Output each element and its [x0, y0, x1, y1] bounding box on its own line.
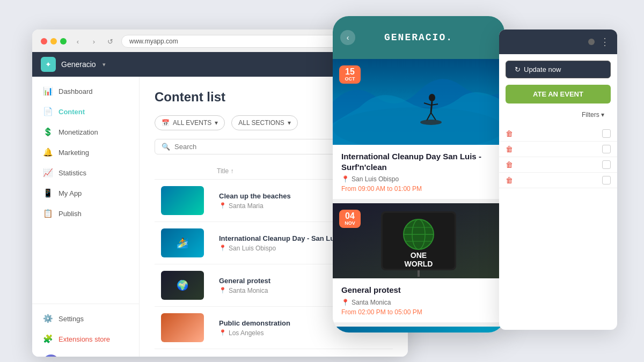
- mobile-event-info-2: General protest 📍 Santa Monica From 02:0…: [333, 278, 504, 322]
- sidebar-item-extensions[interactable]: 🧩 Extensions store: [32, 329, 139, 349]
- browser-dots: [41, 38, 67, 45]
- dot-maximize[interactable]: [60, 38, 67, 45]
- rp-checkbox-1[interactable]: [602, 129, 611, 138]
- sidebar-item-monetization[interactable]: 💲 Monetization: [32, 122, 139, 142]
- filter-events-caret: ▾: [215, 119, 218, 127]
- rp-delete-4[interactable]: 🗑: [506, 176, 513, 184]
- browser-nav: ‹ › ↺: [72, 35, 116, 47]
- monetization-icon: 💲: [43, 127, 53, 137]
- svg-point-2: [429, 94, 435, 101]
- dashboard-icon: 📊: [43, 86, 53, 96]
- app-name-caret[interactable]: ▾: [103, 61, 106, 68]
- svg-text:WORLD: WORLD: [405, 260, 433, 268]
- mobile-divider-1: [333, 199, 504, 203]
- rp-row-3: 🗑: [499, 157, 617, 173]
- forward-button[interactable]: ›: [88, 35, 100, 47]
- sidebar: 📊 Dashboard 📄 Content 💲 Monetization 🔔 M…: [32, 77, 140, 357]
- event-thumb-3: 🌍: [161, 271, 204, 300]
- refresh-button[interactable]: ↺: [104, 35, 116, 47]
- mobile-loc-icon-2: 📍: [341, 299, 349, 306]
- rp-delete-2[interactable]: 🗑: [506, 145, 513, 153]
- svg-rect-19: [418, 270, 420, 277]
- mobile-event-title-1: International Cleanup Day San Luis - Sur…: [341, 151, 496, 172]
- mobile-loc-text-2: Santa Monica: [352, 299, 391, 306]
- right-panel: ⋮ ↻ Update now ATE AN EVENT Filters ▾ 🗑 …: [499, 29, 617, 330]
- right-panel-header: ⋮: [499, 29, 617, 54]
- sidebar-label-myapp: My App: [58, 189, 82, 197]
- update-label: Update now: [524, 65, 561, 73]
- mobile-event-card-1[interactable]: 15 OCT: [333, 59, 504, 199]
- filter-sections-button[interactable]: ALL SECTIONS ▾: [231, 115, 298, 130]
- protest-thumb: 🌍: [161, 271, 204, 300]
- sidebar-label-publish: Publish: [58, 210, 82, 218]
- mobile-loc-text-1: San Luis Obispo: [352, 175, 399, 183]
- sidebar-item-myapp[interactable]: 📱 My App: [32, 183, 139, 203]
- event-thumb-2: 🏄: [161, 228, 204, 257]
- app-name-label: Generacio: [61, 60, 96, 69]
- mobile-event-card-2[interactable]: 04 NOV: [333, 203, 504, 322]
- svg-text:ONE: ONE: [411, 251, 427, 260]
- update-now-button[interactable]: ↻ Update now: [506, 61, 611, 78]
- rp-delete-1[interactable]: 🗑: [506, 129, 513, 138]
- sidebar-label-statistics: Statistics: [58, 169, 86, 177]
- panel-dot: [588, 39, 595, 45]
- sidebar-item-content[interactable]: 📄 Content: [32, 101, 139, 122]
- date-mon-2: NOV: [343, 220, 356, 226]
- marketing-icon: 🔔: [43, 147, 53, 157]
- sidebar-bottom: ⚙️ Settings 🧩 Extensions store JD Jon Do…: [32, 304, 139, 357]
- event-thumb-4: [161, 313, 204, 342]
- rp-row-2: 🗑: [499, 142, 617, 157]
- filter-events-button[interactable]: 📅 ALL EVENTS ▾: [155, 115, 225, 130]
- rp-checkbox-2[interactable]: [602, 145, 611, 153]
- svg-point-8: [420, 120, 442, 125]
- back-button[interactable]: ‹: [72, 35, 84, 47]
- location-icon-1: 📍: [219, 202, 226, 209]
- mobile-event-card-3[interactable]: 16 DEC: [333, 327, 504, 333]
- date-num-1: 15: [343, 68, 356, 76]
- svg-line-3: [431, 101, 432, 113]
- extensions-icon: 🧩: [43, 334, 53, 344]
- dot-close[interactable]: [41, 38, 47, 45]
- sidebar-item-dashboard[interactable]: 📊 Dashboard: [32, 81, 139, 101]
- event-location-text-3: Santa Monica: [229, 287, 268, 294]
- mobile-event-info-1: International Cleanup Day San Luis - Sur…: [333, 145, 504, 199]
- mobile-event-loc-2: 📍 Santa Monica: [341, 299, 496, 306]
- sidebar-label-marketing: Marketing: [58, 149, 89, 157]
- event-location-text-2: San Luis Obispo: [229, 245, 276, 252]
- mobile-divider-2: [333, 322, 504, 327]
- myapp-icon: 📱: [43, 188, 53, 198]
- mobile-logo: GENERACIO.: [384, 32, 453, 43]
- sidebar-item-settings[interactable]: ⚙️ Settings: [32, 308, 139, 329]
- event-date-badge-1: 15 OCT: [339, 65, 361, 84]
- dot-minimize[interactable]: [50, 38, 57, 45]
- sidebar-label-extensions: Extensions store: [58, 335, 110, 343]
- publish-icon: 📋: [43, 209, 53, 218]
- col-thumb: [155, 163, 210, 180]
- mobile-back-button[interactable]: ‹: [340, 30, 355, 45]
- location-icon-2: 📍: [219, 245, 226, 252]
- sidebar-item-publish[interactable]: 📋 Publish: [32, 203, 139, 224]
- surf-thumb: 🏄: [161, 228, 204, 257]
- mobile-loc-icon-1: 📍: [341, 175, 349, 183]
- right-panel-rows: 🗑 🗑 🗑 🗑: [499, 124, 617, 190]
- sidebar-label-dashboard: Dashboard: [58, 87, 93, 95]
- event-location-text-1: Santa Maria: [229, 202, 264, 210]
- sidebar-item-marketing[interactable]: 🔔 Marketing: [32, 142, 139, 162]
- date-mon-1: OCT: [343, 76, 356, 82]
- sidebar-label-content: Content: [58, 108, 85, 116]
- rp-checkbox-4[interactable]: [602, 176, 611, 184]
- create-event-button[interactable]: ATE AN EVENT: [506, 85, 611, 104]
- user-area: JD Jon Doe: [32, 349, 139, 357]
- filter-sections-caret: ▾: [288, 119, 291, 127]
- filters-button[interactable]: Filters ▾: [506, 108, 611, 122]
- rp-delete-3[interactable]: 🗑: [506, 160, 513, 169]
- search-icon: 🔍: [162, 143, 170, 151]
- rp-checkbox-3[interactable]: [602, 160, 611, 169]
- sidebar-label-monetization: Monetization: [58, 128, 98, 136]
- rp-row-1: 🗑: [499, 126, 617, 142]
- calendar-icon: 📅: [162, 119, 170, 127]
- mobile-preview: ‹ GENERACIO. 15 OCT: [333, 16, 504, 333]
- sidebar-item-statistics[interactable]: 📈 Statistics: [32, 162, 139, 183]
- event-location-text-4: Los Angeles: [229, 329, 264, 337]
- panel-menu-icon[interactable]: ⋮: [600, 36, 610, 48]
